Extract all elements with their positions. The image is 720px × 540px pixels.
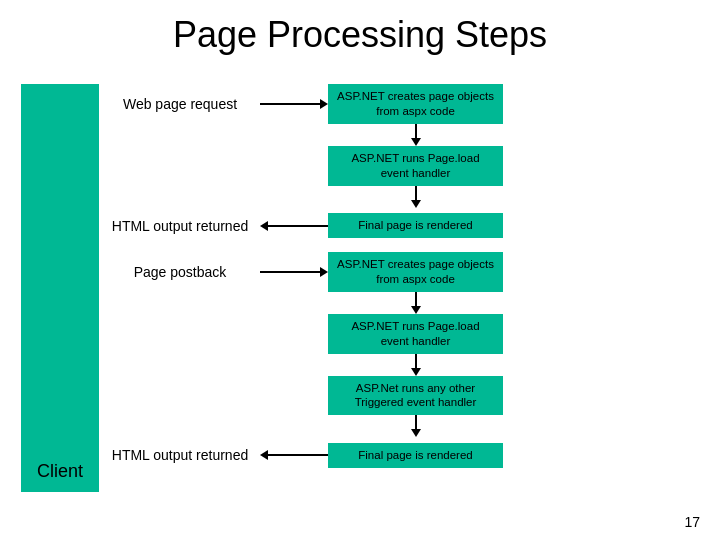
box-aspnet-creates-1: ASP.NET creates page objectsfrom aspx co… — [328, 84, 503, 124]
label-postback: Page postback — [100, 264, 260, 280]
label-html-return-2: HTML output returned — [100, 447, 260, 463]
page-title: Page Processing Steps — [0, 0, 720, 56]
vert-arrow-3 — [411, 292, 421, 314]
label-html-return-1: HTML output returned — [100, 218, 260, 234]
row-page-load-1: ASP.NET runs Page.loadevent handler — [100, 146, 700, 186]
box-final-page-1: Final page is rendered — [328, 213, 503, 238]
arrow-left-1 — [260, 221, 328, 231]
row-html-return-2: HTML output returned Final page is rende… — [100, 437, 700, 473]
client-column: Client — [20, 74, 100, 473]
vert-arrow-2 — [411, 186, 421, 208]
diagram-wrapper: Client Web page request ASP.NET creates … — [20, 74, 700, 473]
row-postback: Page postback ASP.NET creates page objec… — [100, 252, 700, 292]
client-bar: Client — [21, 84, 99, 492]
row-web-request: Web page request ASP.NET creates page ob… — [100, 84, 700, 124]
vert-arrow-1 — [411, 124, 421, 146]
arrow-right-2 — [260, 267, 328, 277]
client-label: Client — [37, 461, 83, 482]
flow-section: Web page request ASP.NET creates page ob… — [100, 74, 700, 473]
arrow-left-2 — [260, 450, 328, 460]
box-page-load-1: ASP.NET runs Page.loadevent handler — [328, 146, 503, 186]
arrow-right-1 — [260, 99, 328, 109]
row-html-return-1: HTML output returned Final page is rende… — [100, 208, 700, 244]
vert-arrow-4 — [411, 354, 421, 376]
box-triggered: ASP.Net runs any otherTriggered event ha… — [328, 376, 503, 416]
page-number: 17 — [684, 514, 700, 530]
box-page-load-2: ASP.NET runs Page.loadevent handler — [328, 314, 503, 354]
box-aspnet-creates-2: ASP.NET creates page objectsfrom aspx co… — [328, 252, 503, 292]
row-page-load-2: ASP.NET runs Page.loadevent handler — [100, 314, 700, 354]
vert-arrow-5 — [411, 415, 421, 437]
row-triggered: ASP.Net runs any otherTriggered event ha… — [100, 376, 700, 416]
label-web-request: Web page request — [100, 96, 260, 112]
box-final-page-2: Final page is rendered — [328, 443, 503, 468]
